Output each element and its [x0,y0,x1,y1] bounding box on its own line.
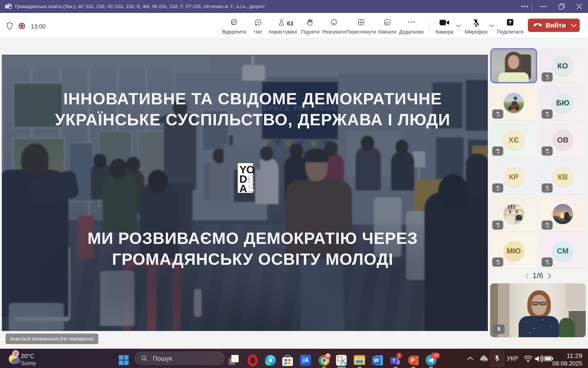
svg-text:T: T [6,5,8,9]
